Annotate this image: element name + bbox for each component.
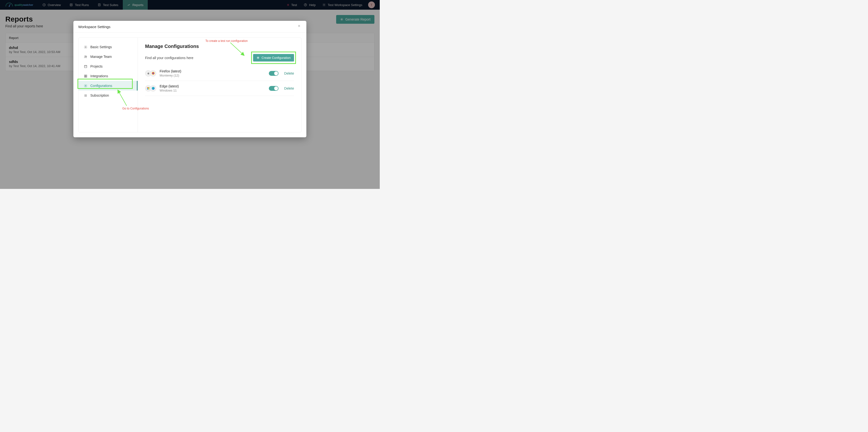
settings-sidebar: Basic Settings Manage Team Projects Inte… [79,38,138,132]
gear-icon [84,45,87,49]
svg-rect-20 [147,87,148,88]
sidebar-item-label: Subscription [90,93,109,97]
svg-rect-11 [85,65,87,67]
subscription-icon [84,94,87,97]
sidebar-item-label: Integrations [90,74,108,78]
svg-rect-23 [149,88,149,89]
firefox-icon [150,70,156,76]
svg-point-8 [85,47,86,48]
settings-main: Manage Configurations Find all your conf… [138,38,301,132]
sidebar-item-label: Projects [90,64,103,68]
close-icon [298,24,301,28]
sidebar-item-configurations[interactable]: Configurations [79,81,137,91]
sidebar-item-manage-team[interactable]: Manage Team [79,52,137,62]
sidebar-item-basic-settings[interactable]: Basic Settings [79,42,137,52]
modal-title: Workspace Settings [78,25,111,29]
config-icons [145,70,156,76]
config-os: Monterey (12) [160,73,269,77]
svg-rect-15 [86,76,87,77]
settings-panel: Basic Settings Manage Team Projects Inte… [78,37,302,132]
close-button[interactable] [297,24,302,29]
config-name: Firefox (latest) [160,69,269,73]
annotation-text: To create a test run configuration [206,39,248,42]
button-label: Create Configuration [261,56,290,60]
settings-subheading: Find all your configurations here [145,56,193,60]
integrations-icon [84,74,87,78]
team-icon [84,55,87,59]
modal-overlay: Workspace Settings Basic Settings Manage… [0,0,380,189]
plus-circle-icon [256,56,259,59]
config-name: Edge (latest) [160,84,269,88]
svg-point-16 [85,85,86,86]
sidebar-item-projects[interactable]: Projects [79,62,137,71]
sidebar-item-label: Configurations [90,84,112,88]
svg-rect-21 [149,87,149,88]
config-toggle[interactable] [269,71,279,76]
svg-point-9 [85,56,86,57]
sidebar-item-integrations[interactable]: Integrations [79,71,137,81]
projects-icon [84,65,87,68]
config-icons [145,85,156,92]
annotation-text: Go to Configurations [122,107,149,110]
delete-link[interactable]: Delete [284,87,294,90]
configuration-row: Firefox (latest) Monterey (12) Delete [145,66,294,81]
delete-link[interactable]: Delete [284,71,294,75]
svg-rect-13 [86,75,87,76]
gear-icon [84,84,87,88]
svg-point-10 [86,56,87,57]
svg-rect-12 [85,75,86,76]
edge-icon [150,85,156,92]
svg-rect-22 [147,88,148,89]
modal-body: Basic Settings Manage Team Projects Inte… [73,33,306,137]
configuration-row: Edge (latest) Windows 11 Delete [145,81,294,96]
config-os: Windows 11 [160,89,269,92]
settings-heading: Manage Configurations [145,43,294,49]
sidebar-item-label: Basic Settings [90,45,112,49]
svg-rect-14 [85,76,86,77]
sidebar-item-label: Manage Team [90,55,112,59]
config-toggle[interactable] [269,86,279,91]
create-configuration-button[interactable]: Create Configuration [253,54,294,62]
sidebar-item-subscription[interactable]: Subscription [79,91,137,100]
workspace-settings-modal: Workspace Settings Basic Settings Manage… [73,21,306,137]
svg-point-19 [152,72,154,74]
modal-header: Workspace Settings [73,21,306,33]
